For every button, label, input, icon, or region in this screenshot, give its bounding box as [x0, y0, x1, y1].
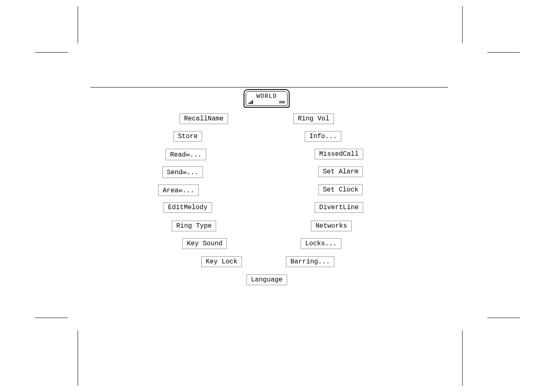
menu-item[interactable]: Area✉...: [158, 184, 199, 196]
menu-item[interactable]: DivertLine: [315, 202, 363, 213]
menu-item[interactable]: Read✉...: [166, 149, 206, 160]
svg-rect-5: [284, 101, 285, 103]
svg-rect-3: [252, 100, 253, 104]
menu-item[interactable]: Locks...: [301, 238, 341, 249]
crop-mark: [462, 6, 463, 43]
crop-mark: [78, 330, 78, 386]
menu-item[interactable]: Networks: [311, 221, 352, 231]
menu-item[interactable]: Set Clock: [318, 184, 363, 195]
crop-mark: [78, 6, 78, 43]
menu-item[interactable]: Barring...: [286, 256, 334, 267]
page-rule: [90, 87, 448, 88]
phone-title: WORLD: [246, 93, 287, 100]
menu-item[interactable]: Language: [246, 274, 287, 285]
menu-item[interactable]: Ring Type: [172, 221, 216, 231]
svg-rect-7: [281, 101, 282, 103]
menu-item[interactable]: MissedCall: [315, 149, 363, 159]
svg-rect-8: [282, 101, 283, 103]
phone-display-inner: WORLD: [246, 91, 288, 106]
menu-item[interactable]: RecallName: [180, 113, 228, 124]
crop-mark: [487, 52, 520, 53]
signal-icon: [249, 100, 253, 104]
menu-item[interactable]: Set Alarm: [318, 166, 363, 177]
crop-mark: [462, 330, 463, 386]
phone-display: WORLD: [244, 89, 290, 108]
menu-item[interactable]: Key Lock: [201, 256, 242, 267]
crop-mark: [35, 318, 68, 318]
svg-rect-2: [251, 101, 252, 104]
menu-item[interactable]: Ring Vol: [293, 113, 334, 124]
menu-item[interactable]: Send✉...: [162, 166, 203, 178]
svg-rect-1: [250, 102, 251, 104]
menu-item[interactable]: Key Sound: [182, 238, 227, 249]
svg-rect-0: [249, 103, 249, 104]
menu-item[interactable]: Store: [173, 131, 202, 142]
battery-icon: [279, 101, 285, 104]
menu-item[interactable]: EditMelody: [164, 202, 212, 213]
menu-item[interactable]: Info...: [305, 131, 341, 142]
svg-rect-6: [280, 101, 281, 103]
crop-mark: [35, 52, 68, 53]
crop-mark: [487, 318, 520, 318]
